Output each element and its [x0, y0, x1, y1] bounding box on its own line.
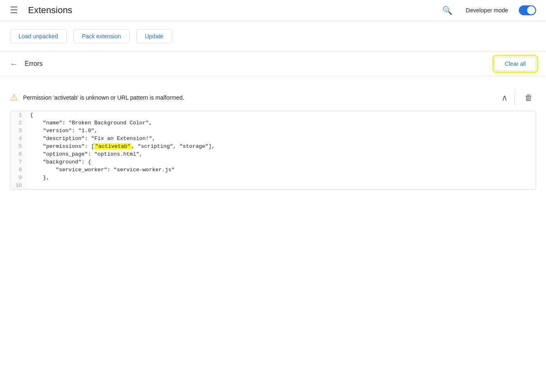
line-code — [27, 182, 536, 189]
error-header-row: ⚠ Permission 'activetab' is unknown or U… — [10, 84, 536, 111]
back-button[interactable]: ← — [10, 59, 18, 69]
menu-icon[interactable]: ☰ — [10, 5, 18, 16]
table-row: 10 — [10, 182, 536, 189]
highlighted-activetab: "activetab" — [94, 143, 131, 149]
line-code: }, — [27, 174, 536, 182]
line-number: 10 — [10, 182, 27, 189]
line-code: "version": "1.0", — [27, 127, 536, 135]
toolbar: Load unpacked Pack extension Update — [0, 21, 546, 51]
update-button[interactable]: Update — [136, 29, 172, 43]
clear-all-button[interactable]: Clear all — [495, 57, 536, 71]
error-message-text: Permission 'activetab' is unknown or URL… — [23, 94, 184, 101]
line-code: "background": { — [27, 158, 536, 166]
collapse-icon[interactable]: ∧ — [502, 93, 508, 103]
line-number: 2 — [10, 119, 27, 127]
developer-mode-toggle[interactable] — [519, 5, 536, 15]
table-row: 7 "background": { — [10, 158, 536, 166]
error-header-right: ∧ 🗑 — [502, 89, 536, 106]
delete-error-button[interactable]: 🗑 — [521, 93, 536, 103]
errors-title: Errors — [25, 60, 43, 68]
developer-mode-label: Developer mode — [466, 7, 508, 14]
errors-left: ← Errors — [10, 59, 43, 69]
code-block: 1 { 2 "name": "Broken Background Color",… — [10, 111, 536, 190]
page-header: ☰ Extensions 🔍 Developer mode — [0, 0, 546, 21]
errors-header: ← Errors Clear all — [0, 51, 546, 76]
table-row: 4 "description": "Fix an Extension!", — [10, 135, 536, 142]
page-title: Extensions — [28, 5, 436, 16]
table-row: 6 "options_page": "options.html", — [10, 150, 536, 158]
line-number: 8 — [10, 166, 27, 174]
line-number: 6 — [10, 150, 27, 158]
search-icon[interactable]: 🔍 — [442, 5, 453, 15]
line-number: 3 — [10, 127, 27, 135]
line-number: 5 — [10, 142, 27, 150]
line-number: 4 — [10, 135, 27, 142]
error-header-left: ⚠ Permission 'activetab' is unknown or U… — [10, 92, 502, 103]
table-row: 8 "service_worker": "service-worker.js" — [10, 166, 536, 174]
table-row: 9 }, — [10, 174, 536, 182]
warning-icon: ⚠ — [10, 92, 18, 103]
line-code: "options_page": "options.html", — [27, 150, 536, 158]
line-number: 7 — [10, 158, 27, 166]
line-code: { — [27, 111, 536, 119]
line-code: "description": "Fix an Extension!", — [27, 135, 536, 142]
table-row: 2 "name": "Broken Background Color", — [10, 119, 536, 127]
error-section: ⚠ Permission 'activetab' is unknown or U… — [10, 84, 536, 190]
load-unpacked-button[interactable]: Load unpacked — [10, 29, 67, 43]
table-row: 1 { — [10, 111, 536, 119]
table-row: 5 "permissions": ["activetab", "scriptin… — [10, 142, 536, 150]
line-code: "name": "Broken Background Color", — [27, 119, 536, 127]
code-table: 1 { 2 "name": "Broken Background Color",… — [10, 111, 536, 189]
divider — [514, 89, 515, 106]
line-code: "service_worker": "service-worker.js" — [27, 166, 536, 174]
line-code: "permissions": ["activetab", "scripting"… — [27, 142, 536, 150]
line-number: 9 — [10, 174, 27, 182]
table-row: 3 "version": "1.0", — [10, 127, 536, 135]
pack-extension-button[interactable]: Pack extension — [73, 29, 130, 43]
line-number: 1 — [10, 111, 27, 119]
